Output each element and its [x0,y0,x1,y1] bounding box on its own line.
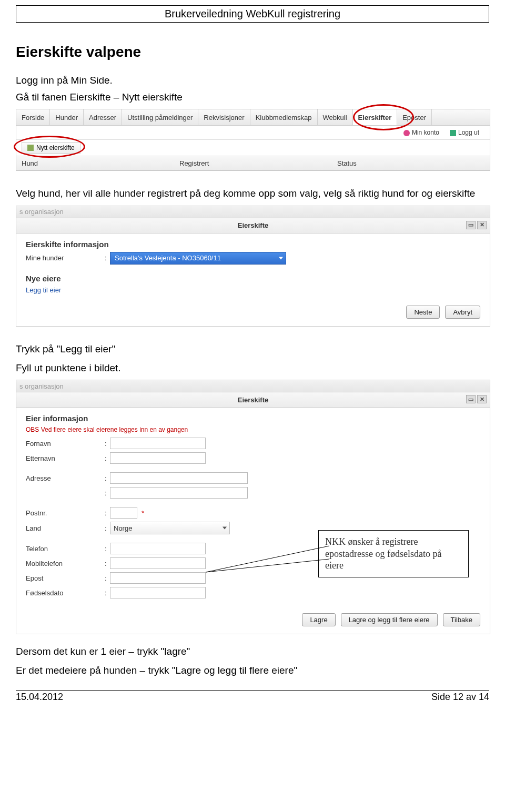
chevron-down-icon [279,257,283,259]
closing-line-1: Dersom det kun er 1 eier – trykk "lagre" [16,645,489,658]
footer-page: Side 12 av 14 [431,692,489,703]
chevron-down-icon [223,527,227,530]
adresse-input-2[interactable] [110,487,248,499]
topbar-faded: s organisasjon [16,206,490,218]
section-title: Eierskifte valpene [16,44,489,60]
screenshot-eier-informasjon: s organisasjon Eierskifte ▭ ✕ Eier infor… [16,380,490,634]
adresse-label: Adresse [26,474,105,482]
svg-line-0 [206,559,329,572]
dialog-title: Eierskifte ▭ ✕ [16,218,490,234]
closing-line-2: Er det medeiere på hunden – trykk "Lagre… [16,664,489,677]
tab-klubb[interactable]: Klubbmedlemskap [250,109,318,125]
grid-header: Hund Registrert Status [16,156,490,170]
logout-link[interactable]: Logg ut [450,129,479,136]
mine-hunder-dropdown[interactable]: Sotrella's Veslejenta - NO35060/11 [110,252,286,265]
col-status: Status [332,159,490,167]
tab-bar: Forside Hunder Adresser Utstilling påmel… [16,109,490,126]
col-hund: Hund [16,159,174,167]
account-link[interactable]: Min konto [403,129,439,136]
fornavn-input[interactable] [110,438,206,449]
save-button[interactable]: Lagre [302,613,335,626]
intro-line-1: Logg inn på Min Side. [16,74,489,87]
subtab-row: Nytt eierskifte [16,140,490,156]
tab-rekvisisjoner[interactable]: Rekvisisjoner [198,109,250,125]
svg-line-1 [206,546,329,572]
eier-info-heading: Eier informasjon [26,414,480,423]
mine-hunder-label: Mine hunder [26,254,105,262]
footer: 15.04.2012 Side 12 av 14 [16,690,489,703]
info-heading: Eierskifte informasjon [26,240,480,249]
window-min-icon[interactable]: ▭ [466,221,476,229]
epost-input[interactable] [110,572,206,584]
etternavn-label: Etternavn [26,454,105,462]
subtab-nytt-eierskifte[interactable]: Nytt eierskifte [22,142,80,154]
nye-eiere-heading: Nye eiere [26,274,480,283]
screenshot-tabs: Forside Hunder Adresser Utstilling påmel… [16,109,490,171]
window-close-icon[interactable]: ✕ [477,395,487,403]
next-button[interactable]: Neste [406,306,440,319]
annotation-callout: NKK ønsker å registrere epostadresse og … [318,530,469,577]
document-header: Brukerveiledning WebKull registrering [16,5,489,23]
col-registrert: Registrert [174,159,332,167]
tab-hunder[interactable]: Hunder [50,109,84,125]
land-select[interactable]: Norge [110,522,230,534]
postnr-input[interactable] [110,507,137,519]
tab-eierskifter[interactable]: Eierskifter [353,109,398,125]
edit-icon [27,145,34,151]
back-button[interactable]: Tilbake [443,613,480,626]
tab-utstilling[interactable]: Utstilling påmeldinger [122,109,198,125]
fornavn-label: Fornavn [26,440,105,448]
adresse-input-1[interactable] [110,472,248,484]
warning-text: OBS Ved flere eiere skal eierene legges … [26,426,480,433]
intro-line-2: Gå til fanen Eierskifte – Nytt eierskift… [16,90,489,104]
tab-eposter[interactable]: Eposter [397,109,432,125]
logout-icon [450,130,456,136]
topbar-faded-3: s organisasjon [16,380,490,392]
mobil-input[interactable] [110,557,206,569]
window-min-icon[interactable]: ▭ [466,395,476,403]
land-label: Land [26,524,105,532]
save-and-add-button[interactable]: Lagre og legg til flere eiere [341,613,438,626]
after2-line-1: Trykk på "Legg til eier" [16,342,489,356]
mid-text: Velg hund, her vil alle hunder registrer… [16,187,489,200]
etternavn-input[interactable] [110,452,206,464]
tab-forside[interactable]: Forside [16,109,50,125]
tab-webkull[interactable]: Webkull [318,109,353,125]
telefon-label: Telefon [26,545,105,553]
legg-til-eier-link[interactable]: Legg til eier [26,286,61,294]
tab-adresser[interactable]: Adresser [84,109,122,125]
telefon-input[interactable] [110,543,206,554]
postnr-label: Postnr. [26,509,105,517]
utility-row: Min konto Logg ut [16,126,490,140]
account-icon [403,130,410,136]
window-close-icon[interactable]: ✕ [477,221,487,229]
annotation-leader-line [206,543,332,585]
after2-line-2: Fyll ut punktene i bildet. [16,361,489,375]
mobil-label: Mobiltelefon [26,560,105,567]
fdato-label: Fødselsdato [26,589,105,597]
epost-label: Epost [26,574,105,582]
fdato-input[interactable] [110,587,206,598]
cancel-button[interactable]: Avbryt [445,306,480,319]
dialog-title-3: Eierskifte ▭ ✕ [16,392,490,408]
footer-date: 15.04.2012 [16,692,63,703]
screenshot-eierskifte-info: s organisasjon Eierskifte ▭ ✕ Eierskifte… [16,206,490,327]
